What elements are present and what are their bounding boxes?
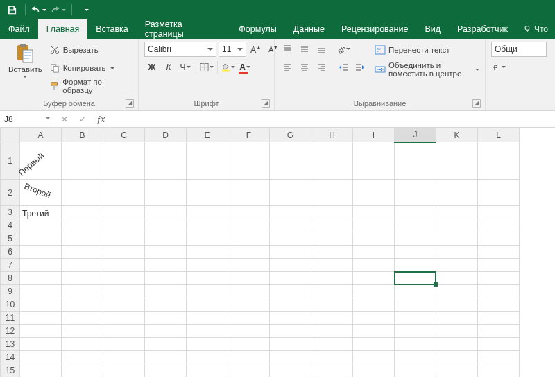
cell-K14[interactable] <box>436 351 478 364</box>
cell-F13[interactable] <box>228 338 270 351</box>
borders-button[interactable] <box>199 60 214 75</box>
tab-data[interactable]: Данные <box>285 19 333 39</box>
cell-I6[interactable] <box>353 246 395 259</box>
cell-A12[interactable] <box>20 325 62 338</box>
cell-G7[interactable] <box>270 259 311 272</box>
cell-B3[interactable] <box>62 206 103 219</box>
cell-A2[interactable]: Второй <box>20 180 62 206</box>
cell-A3[interactable]: Третий <box>20 206 62 219</box>
cell-A10[interactable] <box>20 298 62 312</box>
cell-I7[interactable] <box>353 259 395 272</box>
cut-button[interactable]: Вырезать <box>49 42 133 58</box>
row-head-6[interactable]: 6 <box>1 246 20 259</box>
cell-B7[interactable] <box>62 259 103 272</box>
tab-formulas[interactable]: Формулы <box>230 19 284 39</box>
col-head-F[interactable]: F <box>228 128 270 142</box>
cell-F5[interactable] <box>228 232 270 246</box>
cell-C15[interactable] <box>103 364 145 377</box>
tab-developer[interactable]: Разработчик <box>449 19 516 39</box>
align-center-button[interactable] <box>297 60 312 75</box>
cell-A9[interactable] <box>20 285 62 298</box>
cell-D2[interactable] <box>145 180 187 206</box>
enter-formula-button[interactable]: ✓ <box>74 114 92 124</box>
cell-J13[interactable] <box>395 338 436 351</box>
cell-I13[interactable] <box>353 338 395 351</box>
fx-icon[interactable]: ƒx <box>92 114 110 124</box>
cell-G11[interactable] <box>270 312 311 325</box>
cell-K6[interactable] <box>436 246 478 259</box>
undo-button[interactable] <box>31 2 46 17</box>
cell-I8[interactable] <box>353 272 395 285</box>
row-head-14[interactable]: 14 <box>1 351 20 364</box>
col-head-C[interactable]: C <box>103 128 145 142</box>
tab-review[interactable]: Рецензирование <box>333 19 417 39</box>
name-box[interactable]: J8 <box>0 111 56 127</box>
row-head-15[interactable]: 15 <box>1 364 20 377</box>
cell-D10[interactable] <box>145 298 187 312</box>
cell-K12[interactable] <box>436 325 478 338</box>
cell-K5[interactable] <box>436 232 478 246</box>
select-all-corner[interactable] <box>1 128 20 142</box>
cell-D5[interactable] <box>145 232 187 246</box>
decrease-indent-button[interactable] <box>336 60 351 75</box>
cell-F4[interactable] <box>228 219 270 232</box>
cell-K11[interactable] <box>436 312 478 325</box>
cell-J8[interactable] <box>395 272 436 285</box>
cell-H6[interactable] <box>311 246 353 259</box>
cell-C9[interactable] <box>103 285 145 298</box>
col-head-A[interactable]: A <box>20 128 62 142</box>
cell-L1[interactable] <box>478 142 520 180</box>
cell-E5[interactable] <box>187 232 228 246</box>
italic-button[interactable]: К <box>161 60 176 75</box>
cell-G9[interactable] <box>270 285 311 298</box>
cell-K7[interactable] <box>436 259 478 272</box>
cell-L14[interactable] <box>478 351 520 364</box>
cell-D13[interactable] <box>145 338 187 351</box>
cell-H14[interactable] <box>311 351 353 364</box>
cell-J9[interactable] <box>395 285 436 298</box>
align-left-button[interactable] <box>280 60 296 75</box>
cell-L4[interactable] <box>478 219 520 232</box>
cell-B10[interactable] <box>62 298 103 312</box>
cell-J15[interactable] <box>395 364 436 377</box>
cell-B15[interactable] <box>62 364 103 377</box>
cell-L2[interactable] <box>478 180 520 206</box>
cell-G13[interactable] <box>270 338 311 351</box>
cell-D3[interactable] <box>145 206 187 219</box>
cell-C3[interactable] <box>103 206 145 219</box>
cell-J12[interactable] <box>395 325 436 338</box>
cell-K8[interactable] <box>436 272 478 285</box>
tab-home[interactable]: Главная <box>38 19 88 39</box>
col-head-L[interactable]: L <box>478 128 520 142</box>
cell-F14[interactable] <box>228 351 270 364</box>
row-head-11[interactable]: 11 <box>1 312 20 325</box>
cell-B6[interactable] <box>62 246 103 259</box>
tab-file[interactable]: Файл <box>0 19 38 39</box>
cell-L12[interactable] <box>478 325 520 338</box>
bold-button[interactable]: Ж <box>144 60 160 75</box>
cell-D14[interactable] <box>145 351 187 364</box>
copy-button[interactable]: Копировать <box>49 60 133 76</box>
align-bottom-button[interactable] <box>314 42 329 57</box>
cell-I14[interactable] <box>353 351 395 364</box>
cell-B1[interactable] <box>62 142 103 180</box>
cell-E9[interactable] <box>187 285 228 298</box>
underline-button[interactable]: Ч <box>178 60 193 75</box>
cell-E6[interactable] <box>187 246 228 259</box>
cell-E12[interactable] <box>187 325 228 338</box>
cell-G4[interactable] <box>270 219 311 232</box>
cell-L10[interactable] <box>478 298 520 312</box>
cell-I1[interactable] <box>353 142 395 180</box>
row-head-2[interactable]: 2 <box>1 180 20 206</box>
cell-D12[interactable] <box>145 325 187 338</box>
fill-color-button[interactable] <box>221 60 236 75</box>
cell-H4[interactable] <box>311 219 353 232</box>
cell-A11[interactable] <box>20 312 62 325</box>
col-head-D[interactable]: D <box>145 128 187 142</box>
cell-I2[interactable] <box>353 180 395 206</box>
row-head-9[interactable]: 9 <box>1 285 20 298</box>
row-head-5[interactable]: 5 <box>1 232 20 246</box>
tab-page-layout[interactable]: Разметка страницы <box>137 19 231 39</box>
cell-H12[interactable] <box>311 325 353 338</box>
row-head-4[interactable]: 4 <box>1 219 20 232</box>
